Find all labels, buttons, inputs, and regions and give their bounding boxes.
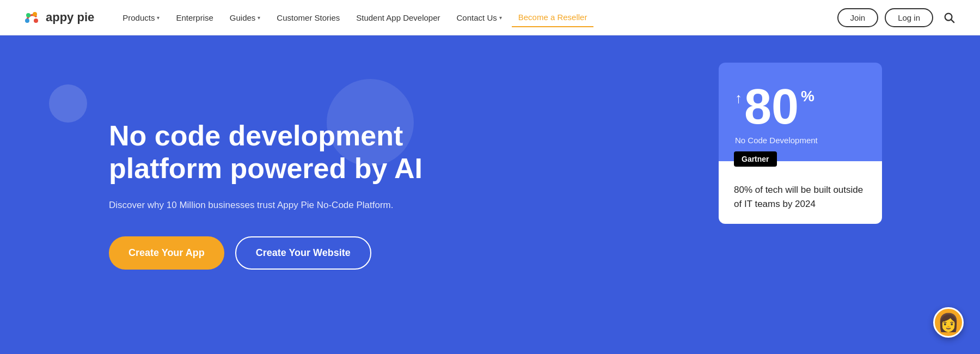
- hero-buttons: Create Your App Create Your Website: [109, 236, 490, 270]
- svg-point-2: [33, 12, 37, 16]
- decorative-circle-small: [49, 84, 87, 123]
- nav-customer-stories[interactable]: Customer Stories: [270, 9, 346, 27]
- hero-content: No code development platform powered by …: [109, 120, 490, 269]
- nav-contact-us[interactable]: Contact Us ▾: [450, 9, 509, 27]
- svg-point-3: [25, 19, 29, 23]
- search-button[interactable]: [940, 8, 958, 27]
- chat-avatar-face: 👩: [938, 312, 959, 333]
- stat-label: No Code Development: [735, 136, 866, 145]
- svg-line-6: [951, 20, 954, 22]
- svg-point-1: [26, 13, 30, 17]
- stat-percent: %: [801, 88, 814, 105]
- chevron-down-icon: ▾: [499, 15, 502, 21]
- stat-card-top: ↑ 80 % No Code Development: [719, 63, 882, 161]
- search-icon: [943, 11, 955, 23]
- logo-text: appy pie: [46, 10, 94, 25]
- stat-card: ↑ 80 % No Code Development Gartner 80% o…: [719, 63, 882, 224]
- create-website-button[interactable]: Create Your Website: [235, 236, 371, 270]
- appypie-logo-icon: [22, 8, 41, 27]
- svg-point-0: [22, 8, 41, 27]
- chevron-down-icon: ▾: [258, 15, 260, 21]
- nav-enterprise[interactable]: Enterprise: [169, 9, 219, 27]
- nav-student-app-developer[interactable]: Student App Developer: [350, 9, 446, 27]
- hero-section: No code development platform powered by …: [0, 35, 980, 354]
- login-button[interactable]: Log in: [885, 8, 933, 27]
- chat-avatar[interactable]: 👩: [933, 307, 964, 338]
- nav-guides[interactable]: Guides ▾: [223, 9, 267, 27]
- hero-subtitle: Discover why 10 Million businesses trust…: [109, 198, 490, 212]
- nav-products[interactable]: Products ▾: [116, 9, 166, 27]
- stat-number-row: ↑ 80 %: [735, 82, 866, 131]
- nav-become-reseller[interactable]: Become a Reseller: [512, 8, 594, 27]
- hero-title: No code development platform powered by …: [109, 120, 490, 185]
- logo[interactable]: appy pie: [22, 8, 94, 27]
- svg-point-4: [34, 19, 38, 23]
- decorative-circle-large: [327, 79, 414, 166]
- create-app-button[interactable]: Create Your App: [109, 236, 224, 270]
- nav-links: Products ▾ Enterprise Guides ▾ Customer …: [116, 8, 837, 27]
- stat-card-body-text: 80% of tech will be built outside of IT …: [734, 183, 867, 211]
- stat-arrow-icon: ↑: [735, 90, 742, 107]
- navbar: appy pie Products ▾ Enterprise Guides ▾ …: [0, 0, 980, 35]
- stat-number: 80: [744, 82, 799, 131]
- gartner-badge: Gartner: [734, 151, 777, 167]
- nav-actions: Join Log in: [837, 8, 958, 27]
- join-button[interactable]: Join: [837, 8, 879, 27]
- stat-card-bottom: Gartner 80% of tech will be built outsid…: [719, 161, 882, 224]
- chevron-down-icon: ▾: [157, 15, 160, 21]
